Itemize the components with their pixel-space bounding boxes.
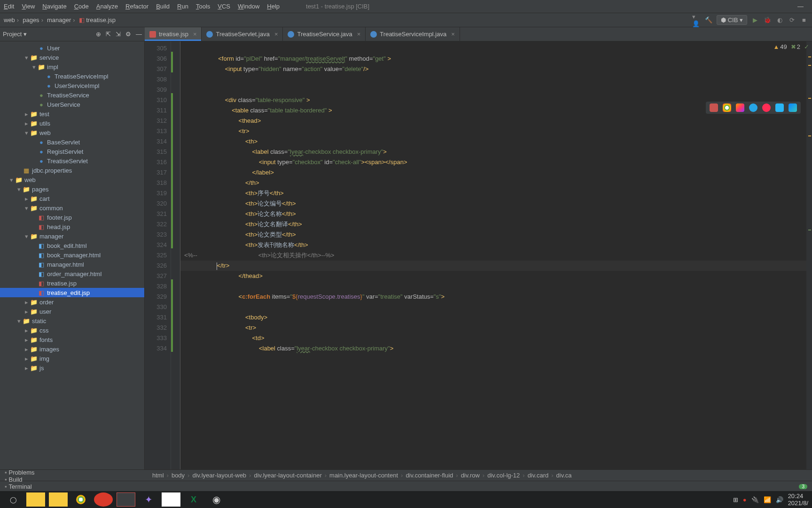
menu-help[interactable]: Help [267, 3, 280, 10]
file-explorer-icon[interactable] [26, 492, 45, 507]
ie-icon[interactable] [775, 103, 784, 112]
tree-item[interactable]: ▸📁fonts [0, 335, 144, 344]
tree-item[interactable]: ◧treatise_edit.jsp [0, 288, 144, 297]
tree-item[interactable]: ◧manager.html [0, 260, 144, 269]
fold-gutter[interactable] [173, 41, 180, 469]
tree-item[interactable]: ▦jdbc.properties [0, 166, 144, 175]
tree-item[interactable]: ▾📁web [0, 175, 144, 184]
tree-item[interactable]: ▾📁web [0, 128, 144, 137]
add-config-icon[interactable]: ▾👤 [692, 16, 701, 24]
debug-icon[interactable]: 🐞 [763, 16, 772, 24]
tree-item[interactable]: ◧book_edit.html [0, 241, 144, 250]
project-tree[interactable]: ●User▾📁service▾📁impl●TreatiseServiceImpl… [0, 41, 145, 469]
editor-breadcrumb-item[interactable]: div.card [528, 472, 554, 479]
tray-app-icon[interactable]: ● [743, 496, 747, 503]
editor-tab[interactable]: TreatiseService.java× [283, 27, 366, 41]
window-minimize[interactable]: — [793, 3, 808, 10]
start-button[interactable]: ◯ [4, 492, 23, 507]
target-icon[interactable]: ⊕ [96, 31, 101, 38]
tree-item[interactable]: ▸📁css [0, 325, 144, 335]
notifications-badge[interactable]: 3 [799, 484, 807, 489]
tree-item[interactable]: ▸📁img [0, 354, 144, 363]
excel-icon[interactable]: X [184, 492, 203, 507]
tool-tab-terminal[interactable]: ▪Terminal [5, 483, 35, 490]
breadcrumb-item[interactable]: web [4, 16, 21, 24]
purple-app-icon[interactable]: ✦ [139, 492, 158, 507]
editor-breadcrumb-item[interactable]: div.ca [556, 472, 575, 479]
editor-tab[interactable]: TreatiseServiceImpl.java× [366, 27, 460, 41]
intellij-taskbar-icon[interactable] [117, 492, 135, 507]
tree-item[interactable]: ▸📁js [0, 363, 144, 373]
tree-item[interactable]: ●TreatiseServlet [0, 156, 144, 166]
tray-volume-icon[interactable]: 🔊 [776, 496, 783, 503]
menu-build[interactable]: Build [156, 3, 170, 10]
tree-item[interactable]: ▸📁images [0, 344, 144, 354]
close-icon[interactable]: × [357, 31, 361, 38]
tree-item[interactable]: ▾📁manager [0, 231, 144, 241]
editor-breadcrumb-item[interactable]: body [172, 472, 190, 479]
tree-item[interactable]: ▾📁pages [0, 184, 144, 194]
gear-icon[interactable]: ⚙ [125, 31, 131, 38]
chrome-icon[interactable] [723, 103, 731, 112]
close-icon[interactable]: × [193, 31, 197, 38]
notes-icon[interactable] [162, 492, 180, 507]
editor-breadcrumb-item[interactable]: div.lyear-layout-web [192, 472, 251, 479]
intellij-icon[interactable] [710, 103, 718, 112]
tree-item[interactable]: ▸📁user [0, 307, 144, 316]
tree-item[interactable]: ▸📁order [0, 297, 144, 307]
tree-item[interactable]: ●TreatiseService [0, 90, 144, 100]
tree-item[interactable]: ◧order_manager.html [0, 269, 144, 278]
tree-item[interactable]: ◧treatise.jsp [0, 278, 144, 288]
obs-icon[interactable]: ◉ [207, 492, 226, 507]
editor-breadcrumb-item[interactable]: main.lyear-layout-content [329, 472, 403, 479]
tree-item[interactable]: ●BaseServlet [0, 137, 144, 147]
safari-icon[interactable] [749, 103, 757, 112]
breadcrumb-item[interactable]: pages [23, 16, 45, 24]
tree-item[interactable]: ▾📁service [0, 53, 144, 62]
run-config-selector[interactable]: ⬢ CIB ▾ [717, 15, 747, 25]
tree-item[interactable]: ●UserServiceImpl [0, 81, 144, 90]
breadcrumb-item[interactable]: manager [47, 16, 77, 24]
tree-item[interactable]: ▾📁static [0, 316, 144, 325]
editor-tab[interactable]: TreatiseServlet.java× [202, 27, 283, 41]
tree-item[interactable]: ▸📁cart [0, 194, 144, 203]
firefox-icon[interactable] [736, 103, 744, 112]
collapse-icon[interactable]: ⇲ [116, 31, 121, 38]
expand-icon[interactable]: ⇱ [106, 31, 111, 38]
tree-item[interactable]: ◧book_manager.html [0, 250, 144, 260]
menu-code[interactable]: Code [74, 3, 89, 10]
file-explorer-icon-2[interactable] [49, 492, 68, 507]
menu-run[interactable]: Run [177, 3, 188, 10]
red-app-icon[interactable] [94, 492, 113, 507]
coverage-icon[interactable]: ◐ [775, 16, 784, 24]
editor-tab[interactable]: treatise.jsp× [145, 27, 202, 41]
menu-navigate[interactable]: Navigate [42, 3, 66, 10]
chrome-taskbar-icon[interactable] [71, 492, 90, 507]
inspection-summary[interactable]: 49 2 ✓ [773, 43, 809, 50]
inspection-strip[interactable] [806, 41, 812, 469]
tree-item[interactable]: ▸📁utils [0, 119, 144, 128]
tree-item[interactable]: ●RegistServlet [0, 147, 144, 156]
tree-item[interactable]: ▾📁common [0, 203, 144, 213]
tree-item[interactable]: ◧head.jsp [0, 222, 144, 231]
tool-tab-problems[interactable]: ▪Problems [5, 469, 35, 476]
menu-view[interactable]: View [22, 3, 35, 10]
breadcrumb-item[interactable]: ◧ treatise.jsp [79, 16, 116, 24]
menu-analyze[interactable]: Analyze [96, 3, 118, 10]
menu-tools[interactable]: Tools [196, 3, 210, 10]
tray-clock[interactable]: 20:242021/8/ [788, 492, 808, 507]
menu-window[interactable]: Window [238, 3, 259, 10]
close-icon[interactable]: × [274, 31, 278, 38]
run-icon[interactable]: ▶ [751, 16, 759, 24]
tree-item[interactable]: ▸📁test [0, 109, 144, 119]
tree-item[interactable]: ●UserService [0, 100, 144, 109]
tree-item[interactable]: ◧footer.jsp [0, 213, 144, 222]
tree-item[interactable]: ●User [0, 43, 144, 53]
menu-refactor[interactable]: Refactor [125, 3, 148, 10]
editor-breadcrumb-item[interactable]: html [152, 472, 169, 479]
project-view-selector[interactable]: Project ▾ [3, 31, 27, 38]
tree-item[interactable]: ●TreatiseServiceImpl [0, 71, 144, 81]
tool-tab-build[interactable]: ▪Build [5, 476, 35, 483]
tree-item[interactable]: ▾📁impl [0, 62, 144, 71]
editor-breadcrumb-item[interactable]: div.container-fluid [406, 472, 458, 479]
